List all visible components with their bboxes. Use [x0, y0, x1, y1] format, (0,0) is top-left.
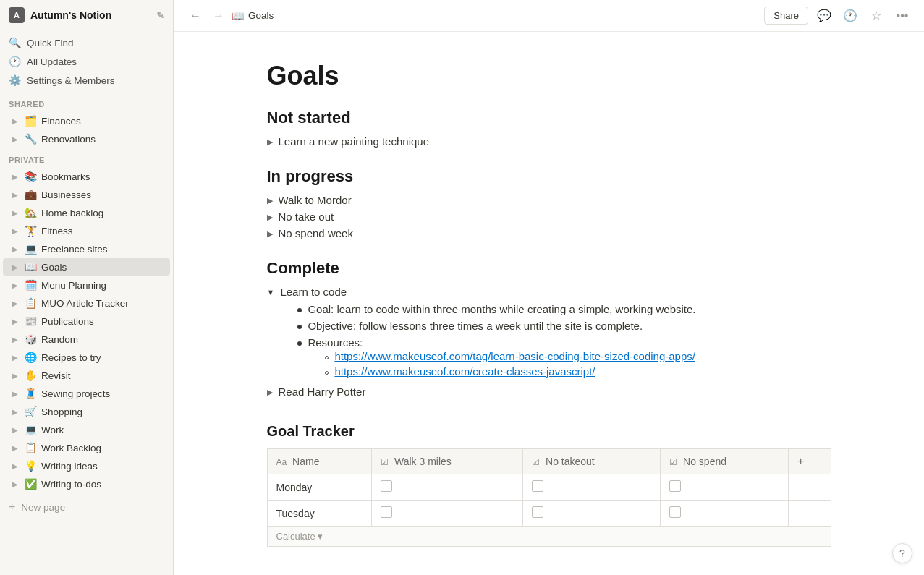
share-button[interactable]: Share: [764, 7, 808, 25]
checkbox-monday-notakeout[interactable]: [532, 480, 543, 492]
bullet-resources-text: Resources:: [308, 336, 363, 349]
bullet-goal: Goal: learn to code within three months …: [297, 301, 831, 318]
sidebar-item-work[interactable]: ▶ 💻 Work: [3, 421, 170, 438]
toggle-arrow-hp[interactable]: ▶: [267, 388, 273, 397]
sidebar-item-renovations[interactable]: ▶ 🔧 Renovations: [3, 130, 170, 148]
item-label: Recipes to try: [41, 352, 164, 363]
main-content-area: ← → 📖 Goals Share 💬 🕐 ☆ ••• Goals Not st…: [174, 0, 924, 575]
private-section-label: PRIVATE: [0, 148, 173, 167]
sidebar-item-sewing-projects[interactable]: ▶ 🧵 Sewing projects: [3, 385, 170, 402]
forward-button[interactable]: →: [208, 6, 229, 26]
item-label: MUO Article Tracker: [41, 298, 164, 309]
bullet-objective: Objective: follow lessons three times a …: [297, 318, 831, 334]
sidebar-item-businesses[interactable]: ▶ 💼 Businesses: [3, 186, 170, 203]
add-column-button[interactable]: +: [789, 449, 831, 474]
toggle-arrow-painting[interactable]: ▶: [267, 137, 273, 147]
sidebar-item-fitness[interactable]: ▶ 🏋️ Fitness: [3, 222, 170, 239]
resources-sub-bullets: https://www.makeuseof.com/tag/learn-basi…: [325, 349, 695, 379]
item-emoji: ✋: [25, 370, 37, 381]
comment-button[interactable]: 💬: [814, 6, 834, 26]
sidebar-item-menu-planning[interactable]: ▶ 🗓️ Menu Planning: [3, 276, 170, 294]
sidebar-top-actions: 🔍 Quick Find 🕐 All Updates ⚙️ Settings &…: [0, 30, 173, 93]
sub-bullet-circle-1: [325, 356, 329, 359]
chevron-icon: ▶: [10, 334, 20, 344]
toggle-label-hp: Read Harry Potter: [279, 386, 831, 398]
sidebar-item-freelance-sites[interactable]: ▶ 💻 Freelance sites: [3, 240, 170, 257]
toggle-label-painting: Learn a new painting technique: [279, 135, 831, 148]
item-label: Writing to-dos: [41, 479, 164, 490]
sidebar-item-shopping[interactable]: ▶ 🛒 Shopping: [3, 403, 170, 420]
toggle-arrow-nospend[interactable]: ▶: [267, 229, 273, 239]
sidebar-item-writing-ideas[interactable]: ▶ 💡 Writing ideas: [3, 457, 170, 474]
link-2[interactable]: https://www.makeuseof.com/create-classes…: [334, 365, 595, 378]
table-header-row: Aa Name ☑ Walk 3 miles ☑ No takeout ☑ No…: [267, 449, 831, 474]
col-walk-icon: ☑: [381, 457, 389, 467]
toggle-arrow-code[interactable]: ▼: [267, 288, 275, 297]
sidebar-item-muo-article-tracker[interactable]: ▶ 📋 MUO Article Tracker: [3, 294, 170, 312]
cell-tuesday-name: Tuesday: [267, 501, 372, 527]
sidebar-item-publications[interactable]: ▶ 📰 Publications: [3, 312, 170, 330]
quick-find-action[interactable]: 🔍 Quick Find: [0, 33, 173, 52]
back-button[interactable]: ←: [185, 6, 205, 26]
settings-action[interactable]: ⚙️ Settings & Members: [0, 71, 173, 90]
sidebar-item-bookmarks[interactable]: ▶ 📚 Bookmarks: [3, 168, 170, 185]
toggle-mordor: ▶ Walk to Mordor: [267, 192, 831, 208]
item-emoji: 🔧: [25, 133, 37, 145]
toggle-arrow-notakeout[interactable]: ▶: [267, 213, 273, 222]
sidebar-item-random[interactable]: ▶ 🎲 Random: [3, 331, 170, 348]
item-label: Publications: [41, 316, 164, 327]
col-notakeout: ☑ No takeout: [523, 449, 661, 474]
sub-bullet-circle-2: [325, 371, 329, 375]
checkbox-monday-nospend[interactable]: [669, 480, 681, 492]
toggle-label-code: Learn to code: [280, 286, 347, 298]
quick-find-label: Quick Find: [27, 38, 74, 48]
workspace-header[interactable]: A Autumn's Notion ✎: [0, 0, 173, 30]
all-updates-action[interactable]: 🕐 All Updates: [0, 52, 173, 71]
sidebar-item-writing-todos[interactable]: ▶ ✅ Writing to-dos: [3, 475, 170, 493]
checkbox-tuesday-nospend[interactable]: [669, 506, 681, 518]
new-page-button[interactable]: + New page: [0, 496, 173, 518]
sidebar-item-recipes[interactable]: ▶ 🌐 Recipes to try: [3, 349, 170, 366]
item-label: Goals: [41, 262, 164, 273]
bullet-objective-text: Objective: follow lessons three times a …: [308, 320, 643, 332]
checkbox-tuesday-walk[interactable]: [381, 506, 392, 518]
chevron-icon: ▶: [10, 171, 20, 182]
history-button[interactable]: 🕐: [840, 6, 860, 26]
col-name-label: Name: [292, 456, 319, 467]
item-label: Home backlog: [41, 208, 164, 218]
toggle-label-mordor: Walk to Mordor: [279, 194, 831, 206]
item-label: Writing ideas: [41, 461, 164, 472]
favorite-button[interactable]: ☆: [866, 6, 886, 26]
sidebar-item-finances[interactable]: ▶ 🗂️ Finances: [3, 112, 170, 129]
chevron-icon: ▶: [10, 370, 20, 380]
item-emoji: 🏡: [25, 207, 37, 218]
toggle-nospend: ▶ No spend week: [267, 225, 831, 242]
item-label: Random: [41, 334, 164, 345]
checkbox-monday-walk[interactable]: [381, 480, 392, 492]
sidebar-item-home-backlog[interactable]: ▶ 🏡 Home backlog: [3, 204, 170, 221]
help-button[interactable]: ?: [892, 543, 912, 563]
sidebar-item-revisit[interactable]: ▶ ✋ Revisit: [3, 367, 170, 384]
chevron-icon: ▶: [10, 479, 20, 489]
item-emoji: 📖: [25, 261, 37, 273]
link-1[interactable]: https://www.makeuseof.com/tag/learn-basi…: [334, 350, 695, 362]
page-title: Goals: [267, 61, 831, 91]
item-emoji: 📋: [25, 442, 37, 453]
calculate-button[interactable]: Calculate ▾: [267, 527, 831, 547]
chevron-icon: ▶: [10, 425, 20, 435]
chevron-icon: ▶: [10, 352, 20, 362]
topbar-actions: Share 💬 🕐 ☆ •••: [764, 6, 912, 26]
sidebar: A Autumn's Notion ✎ 🔍 Quick Find 🕐 All U…: [0, 0, 174, 575]
bullet-dot-3: [297, 341, 302, 346]
sidebar-item-work-backlog[interactable]: ▶ 📋 Work Backlog: [3, 439, 170, 456]
bullet-dot: [297, 308, 302, 312]
item-label: Fitness: [41, 226, 164, 237]
checkbox-tuesday-notakeout[interactable]: [532, 506, 543, 518]
toggle-arrow-mordor[interactable]: ▶: [267, 196, 273, 205]
cell-tuesday-walk: [372, 501, 523, 527]
item-emoji: 💡: [25, 460, 37, 472]
chevron-icon: ▶: [10, 280, 20, 290]
more-button[interactable]: •••: [892, 6, 912, 26]
sidebar-item-goals[interactable]: ▶ 📖 Goals: [3, 258, 170, 276]
toggle-harry-potter: ▶ Read Harry Potter: [267, 383, 831, 400]
